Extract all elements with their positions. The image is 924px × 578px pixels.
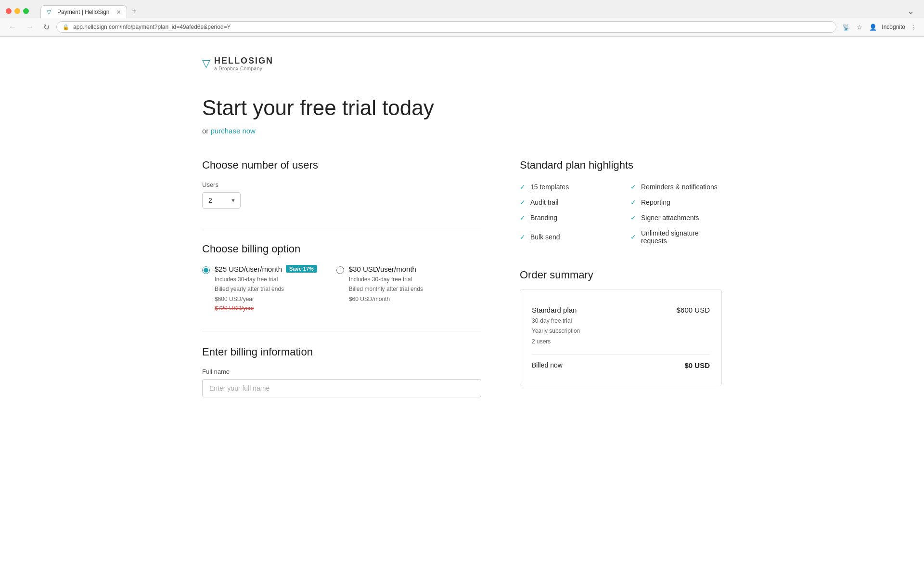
highlight-item-3: ✓ Reporting [630,198,722,206]
browser-chrome: ▽ Payment | HelloSign ✕ + ⌄ ← → ↻ 🔒 app.… [0,0,924,37]
incognito-indicator: Incognito [882,24,905,30]
browser-toolbar: ← → ↻ 🔒 app.hellosign.com/info/payment?p… [0,18,924,36]
billing-detail-yearly-line2: Billed yearly after trial ends [215,286,284,292]
section-divider-1 [202,228,481,228]
hero-section: Start your free trial today or purchase … [202,95,722,135]
hellosign-logo-icon: ▽ [202,57,210,70]
order-plan-details: 30-day free trial Yearly subscription 2 … [532,316,580,347]
highlight-item-1: ✓ Reminders & notifications [630,183,722,191]
url-text: app.hellosign.com/info/payment?plan_id=4… [73,24,830,30]
logo-area: ▽ HELLOSIGN a Dropbox Company [202,56,722,71]
highlight-label-2: Audit trail [530,198,558,206]
browser-menu-button[interactable]: ⌄ [903,6,918,16]
logo-name: HELLOSIGN [214,56,273,66]
bookmark-button[interactable]: ☆ [855,23,864,32]
highlights-title: Standard plan highlights [520,159,722,171]
highlights-grid: ✓ 15 templates ✓ Reminders & notificatio… [520,183,722,245]
billing-option-yearly-content: $25 USD/user/month Save 17% Includes 30-… [215,265,317,312]
forward-button[interactable]: → [23,22,37,32]
more-options-button[interactable]: ⋮ [908,23,918,32]
check-icon-5: ✓ [630,214,636,222]
billing-price-yearly-text: $25 USD/user/month [215,265,282,273]
browser-titlebar: ▽ Payment | HelloSign ✕ + ⌄ [0,0,924,18]
users-label: Users [202,181,481,188]
billing-detail-yearly-line3: $600 USD/year [215,296,254,302]
reload-button[interactable]: ↻ [40,22,52,33]
hero-title: Start your free trial today [202,95,722,121]
full-name-field: Full name [202,368,481,397]
highlight-item-2: ✓ Audit trail [520,198,611,206]
order-billed-now-row: Billed now $0 USD [532,355,710,376]
users-dropdown[interactable]: 1 2 3 4 5 [202,192,241,209]
highlight-label-5: Signer attachments [641,214,699,222]
main-layout: Choose number of users Users 1 2 3 4 5 ▼… [202,159,722,417]
tab-close-button[interactable]: ✕ [116,9,121,15]
order-billed-now-amount: $0 USD [684,361,710,369]
right-column: Standard plan highlights ✓ 15 templates … [520,159,722,417]
profile-button[interactable]: 👤 [867,23,879,32]
check-icon-6: ✓ [520,233,526,241]
new-tab-button[interactable]: + [127,4,141,18]
order-plan-detail-1: 30-day free trial [532,317,572,324]
purchase-now-link[interactable]: purchase now [211,127,256,135]
cast-button[interactable]: 📡 [840,23,852,32]
highlight-label-4: Branding [530,214,557,222]
tab-title: Payment | HelloSign [57,9,110,15]
full-name-label: Full name [202,368,481,375]
order-plan-detail-2: Yearly subscription [532,328,580,334]
billing-section-title: Choose billing option [202,243,481,255]
highlight-label-6: Bulk send [530,233,560,241]
order-plan-name: Standard plan [532,306,580,314]
billing-option-monthly: $30 USD/user/month Includes 30-day free … [336,265,423,312]
order-plan-label: Standard plan 30-day free trial Yearly s… [532,306,580,347]
tab-favicon: ▽ [47,9,53,15]
order-plan-row: Standard plan 30-day free trial Yearly s… [532,299,710,355]
hero-subtitle: or purchase now [202,127,722,135]
minimize-window-button[interactable] [14,8,20,14]
highlight-item-0: ✓ 15 templates [520,183,611,191]
highlight-item-6: ✓ Bulk send [520,229,611,245]
billing-radio-yearly[interactable] [202,266,210,274]
highlight-label-0: 15 templates [530,183,569,191]
active-tab[interactable]: ▽ Payment | HelloSign ✕ [40,5,127,18]
check-icon-4: ✓ [520,214,526,222]
full-name-input[interactable] [202,379,481,397]
billing-options: $25 USD/user/month Save 17% Includes 30-… [202,265,481,312]
browser-actions: 📡 ☆ 👤 Incognito ⋮ [840,23,918,32]
highlight-item-7: ✓ Unlimited signature requests [630,229,722,245]
left-column: Choose number of users Users 1 2 3 4 5 ▼… [202,159,481,417]
billing-detail-monthly-line3: $60 USD/month [349,296,390,302]
security-lock-icon: 🔒 [63,24,69,30]
incognito-label: Incognito [882,24,905,30]
users-section-title: Choose number of users [202,159,481,171]
billing-option-yearly: $25 USD/user/month Save 17% Includes 30-… [202,265,317,312]
order-billed-now-label: Billed now [532,361,563,369]
check-icon-3: ✓ [630,198,636,206]
highlight-label-1: Reminders & notifications [641,183,718,191]
billing-price-yearly: $25 USD/user/month Save 17% [215,265,317,273]
save-badge: Save 17% [286,265,317,273]
close-window-button[interactable] [6,8,12,14]
billing-form-title: Enter billing information [202,346,481,358]
section-divider-2 [202,331,481,331]
highlights-section: Standard plan highlights ✓ 15 templates … [520,159,722,245]
check-icon-2: ✓ [520,198,526,206]
billing-price-monthly-text: $30 USD/user/month [349,265,416,273]
billing-option-monthly-content: $30 USD/user/month Includes 30-day free … [349,265,423,304]
check-icon-1: ✓ [630,183,636,191]
billing-radio-monthly[interactable] [336,266,344,274]
order-summary-title: Order summary [520,269,722,281]
highlight-label-7: Unlimited signature requests [641,229,722,245]
billing-detail-monthly-line2: Billed monthly after trial ends [349,286,423,292]
order-plan-amount: $600 USD [677,306,710,314]
check-icon-0: ✓ [520,183,526,191]
highlight-label-3: Reporting [641,198,670,206]
tab-bar: ▽ Payment | HelloSign ✕ + [40,4,468,18]
highlight-item-5: ✓ Signer attachments [630,214,722,222]
billing-original-price: $720 USD/year [215,305,317,312]
address-bar[interactable]: 🔒 app.hellosign.com/info/payment?plan_id… [56,21,836,33]
page-content: ▽ HELLOSIGN a Dropbox Company Start your… [173,37,751,436]
maximize-window-button[interactable] [23,8,29,14]
order-card: Standard plan 30-day free trial Yearly s… [520,289,722,386]
back-button[interactable]: ← [6,22,19,32]
